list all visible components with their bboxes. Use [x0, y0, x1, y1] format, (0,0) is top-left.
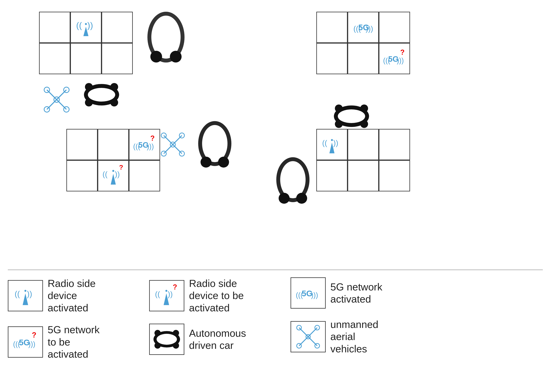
radio-tower-icon: (( )) — [75, 17, 97, 38]
grid-cell — [348, 129, 379, 160]
legend-radio-activated-icon: (( )) — [14, 284, 37, 308]
legend-radio-to-activate-label: Radio side device to be activated — [189, 277, 251, 314]
svg-point-46 — [200, 157, 212, 168]
radio-mid-right-icon: (( )) — [321, 134, 343, 155]
legend-drone-icon — [296, 324, 321, 350]
5g-waves-icon: ((( ))) 5G — [352, 19, 374, 36]
legend-radio-to-activate: (( )) ? Radio side device to be activate… — [149, 277, 251, 314]
legend-box-car — [149, 324, 184, 355]
svg-point-78 — [173, 342, 179, 349]
svg-point-43 — [179, 151, 184, 156]
grid-cell — [66, 129, 98, 160]
svg-text:?: ? — [400, 49, 405, 56]
car-side-right — [273, 154, 312, 206]
grid-cell — [39, 43, 70, 74]
grid-cell — [379, 12, 410, 43]
svg-point-51 — [360, 120, 368, 128]
svg-point-1 — [85, 23, 87, 25]
grid-cell-5g-question-mid: ((( ))) 5G ? — [129, 129, 160, 160]
svg-text:)): )) — [27, 290, 32, 298]
legend-drone: unmanned aerial vehicles — [290, 318, 393, 355]
legend-box-radio-to-activate: (( )) ? — [149, 280, 184, 311]
grid-cell-radio-activated: (( )) — [70, 12, 102, 43]
legend-5g-to-activate-label: 5G network to be activated — [48, 324, 110, 360]
legend-area: (( )) Radio side device activated ((( ))… — [8, 277, 543, 360]
grid-top-right: ((( ))) 5G ((( ))) 5G — [316, 12, 410, 74]
legend-box-5g-to-activate: ((( ))) 5G ? — [8, 326, 43, 358]
svg-point-16 — [88, 88, 115, 102]
svg-point-59 — [280, 161, 306, 198]
car-top-left — [145, 10, 187, 65]
svg-point-20 — [110, 83, 118, 91]
svg-text:((: (( — [103, 170, 108, 178]
car-below-tl — [82, 82, 121, 108]
svg-point-45 — [202, 125, 228, 162]
radio-question-icon: (( )) ? — [102, 164, 125, 188]
grid-cell — [129, 160, 160, 191]
svg-point-50 — [335, 120, 343, 128]
5g-question-mid-icon: ((( ))) 5G ? — [133, 135, 156, 154]
svg-text:)): )) — [115, 170, 120, 178]
separator-line — [8, 270, 543, 270]
grid-cell — [98, 129, 129, 160]
legend-radio-activated-label: Radio side device activated — [48, 277, 110, 314]
svg-point-63 — [24, 290, 26, 292]
main-container: (( )) — [0, 0, 552, 392]
car-top-right — [332, 104, 371, 130]
legend-car-icon — [152, 329, 181, 349]
legend-box-drone — [290, 321, 326, 352]
grid-cell-radio-question: (( )) ? — [98, 160, 129, 191]
legend-5g-activated-icon: ((( ))) 5G — [296, 282, 321, 304]
grid-cell — [102, 12, 133, 43]
svg-text:?: ? — [150, 135, 155, 142]
svg-point-41 — [179, 133, 184, 138]
svg-point-47 — [218, 157, 229, 168]
svg-point-60 — [279, 193, 290, 204]
svg-text:((: (( — [322, 139, 327, 147]
grid-cell — [316, 160, 348, 191]
svg-point-52 — [335, 105, 343, 112]
car-top-view-icon — [82, 82, 121, 107]
svg-text:5G: 5G — [388, 55, 399, 63]
svg-point-89 — [297, 343, 302, 348]
5g-question-icon: ((( ))) 5G ? — [383, 49, 406, 68]
legend-radio-question-icon: (( )) ? — [154, 284, 179, 308]
grid-cell-5g-activated: ((( ))) 5G — [348, 12, 379, 43]
svg-point-87 — [297, 325, 302, 330]
grid-cell — [102, 43, 133, 74]
grid-mid-left: ((( ))) 5G ? (( )) ? — [66, 129, 160, 191]
legend-car: Autonomous driven car — [149, 324, 251, 355]
grid-cell — [66, 160, 98, 191]
legend-box-5g-activated: ((( ))) 5G — [290, 277, 326, 308]
grid-cell — [379, 160, 410, 191]
drone-mid-icon — [160, 132, 186, 157]
svg-text:?: ? — [173, 284, 177, 291]
svg-point-33 — [112, 170, 114, 172]
svg-text:((: (( — [15, 290, 20, 298]
legend-5g-activated: ((( ))) 5G 5G network activated — [290, 277, 393, 308]
legend-radio-activated: (( )) Radio side device activated — [8, 277, 110, 314]
grid-cell — [316, 12, 348, 43]
svg-point-53 — [360, 105, 368, 112]
grid-cell — [348, 43, 379, 74]
grid-cell — [316, 43, 348, 74]
grid-cell — [348, 160, 379, 191]
svg-text:?: ? — [119, 164, 123, 171]
svg-text:5G: 5G — [302, 289, 313, 298]
legend-col-1: (( )) Radio side device activated ((( ))… — [8, 277, 110, 360]
svg-text:)): )) — [168, 290, 172, 298]
legend-drone-label: unmanned aerial vehicles — [330, 318, 393, 355]
svg-point-19 — [85, 83, 93, 91]
svg-point-17 — [85, 99, 93, 106]
legend-car-label: Autonomous driven car — [189, 327, 251, 352]
legend-box-radio-activated: (( )) — [8, 280, 43, 311]
5g-activated-icon: ((( ))) 5G — [352, 19, 374, 36]
drone-diagram — [43, 86, 70, 114]
legend-col-2: (( )) ? Radio side device to be activate… — [149, 277, 251, 355]
drone-icon — [43, 86, 70, 113]
svg-text:5G: 5G — [138, 141, 149, 149]
car-side-mid — [195, 118, 234, 170]
grid-cell — [379, 129, 410, 160]
legend-5g-to-activate: ((( ))) 5G ? 5G network to be activated — [8, 324, 110, 360]
diagram-area: (( )) — [12, 8, 539, 277]
